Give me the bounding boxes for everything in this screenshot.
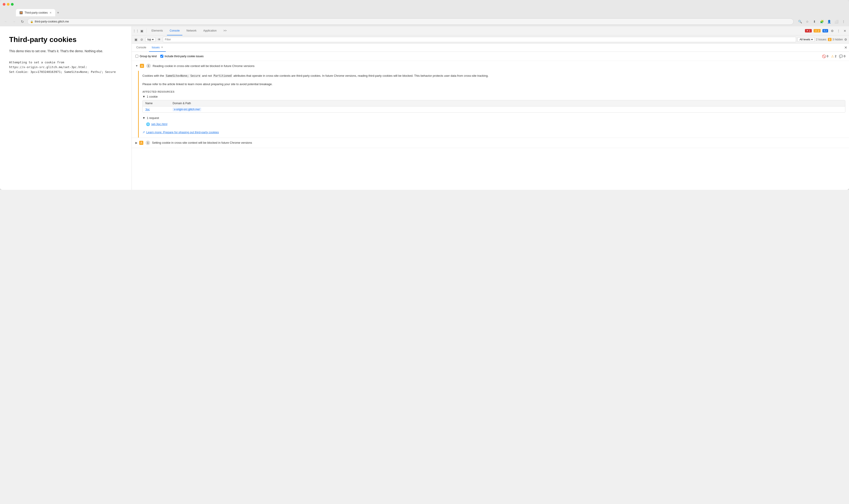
minimize-button[interactable] — [7, 3, 10, 6]
download-icon[interactable]: ⬇ — [812, 19, 817, 24]
tab-issues-panel[interactable]: Issues ✕ — [149, 43, 166, 52]
domain-value: x-origin-src.glitch.me/ — [173, 108, 201, 111]
issues-warning-badge: 2 — [828, 38, 832, 41]
new-tab-button[interactable]: + — [57, 11, 59, 15]
back-button[interactable]: ← — [3, 18, 9, 25]
globe-icon: 🌐 — [146, 122, 150, 126]
warning-count-display: ⚠ 2 — [831, 54, 836, 58]
eye-icon[interactable]: 👁 — [157, 37, 161, 42]
browser-body: Third-party cookies This demo tries to s… — [0, 26, 849, 190]
cookie-info: Attempting to set a cookie from https://… — [9, 60, 122, 74]
issue-description-2: Please refer to the article linked to le… — [142, 82, 845, 87]
cookie-name-cell: 3pc — [143, 107, 170, 112]
address-icons: 🔍 ☆ ⬇ 🧩 👤 ⬜ ⋮ — [797, 19, 846, 24]
sidebar-toggle-icon[interactable]: ▣ — [134, 37, 138, 42]
menu-icon[interactable]: ⋮ — [841, 19, 846, 24]
cookie-url: https://x-origin-src.glitch.me/set-3pc.h… — [9, 66, 87, 69]
tab-console[interactable]: Console — [167, 26, 182, 35]
inspect-icon[interactable]: ⋮⋮ — [134, 29, 138, 33]
info-badge: ℹ 2 — [823, 29, 828, 33]
devtools-close-icon[interactable]: ✕ — [843, 29, 847, 33]
set-cookie-line: Set-Cookie: 3pc=1703240163971; SameSite=… — [9, 70, 116, 74]
reload-button[interactable]: ↻ — [19, 18, 25, 25]
issue-count-2: 1 — [146, 141, 150, 145]
name-header: Name — [143, 100, 170, 106]
code-samesite: SameSite=None; Secure — [165, 74, 201, 78]
issue-body-1: Cookies with the SameSite=None; Secure a… — [139, 71, 849, 138]
window-icon[interactable]: ⬜ — [834, 19, 839, 24]
request-chevron-icon: ▼ — [142, 116, 145, 120]
cookies-expand[interactable]: ▼ 1 cookie — [142, 95, 845, 98]
tab-title: Third-party cookies — [24, 11, 48, 14]
title-bar — [0, 0, 849, 8]
cookies-chevron-icon: ▼ — [142, 95, 145, 98]
extensions-icon[interactable]: 🧩 — [819, 19, 825, 24]
zoom-icon[interactable]: 🔍 — [797, 19, 803, 24]
warning-badge-1: ⚠ — [140, 64, 144, 68]
warning-count-icon: ⚠ — [831, 54, 834, 58]
context-selector[interactable]: top ▾ — [145, 37, 156, 42]
issues-panel: Group by kind Include third-party cookie… — [132, 52, 849, 190]
group-by-kind-checkbox[interactable]: Group by kind — [135, 55, 157, 58]
learn-more-link[interactable]: Learn more: Prepare for phasing out thir… — [146, 130, 219, 134]
issue-item-1: ▼ ⚠ 1 Reading cookie in cross-site conte… — [132, 61, 849, 138]
tab-close-button[interactable]: ✕ — [50, 11, 52, 14]
devtools-toolbar2: ▣ ⊘ top ▾ 👁 All levels ▾ 2 Issues: 2 3 h… — [132, 35, 849, 43]
issues-toolbar: Group by kind Include third-party cookie… — [132, 52, 849, 61]
url-bar[interactable]: 🔒 third-party-cookies.glitch.me — [27, 18, 794, 25]
devtools-panel: ⋮⋮ ▣ Elements Console Network Applicatio… — [132, 26, 849, 190]
maximize-button[interactable] — [11, 3, 14, 6]
warning-badge: ⚠ 2 — [814, 29, 820, 33]
tab-network[interactable]: Network — [184, 26, 199, 35]
request-link[interactable]: set-3pc.html — [151, 122, 167, 126]
devtools-settings-icon[interactable]: ⚙ — [830, 29, 834, 33]
tab-application[interactable]: Application — [200, 26, 219, 35]
issue-count-1: 1 — [146, 64, 151, 68]
cookie-name-link[interactable]: 3pc — [145, 108, 150, 111]
info-count-display: 💬 0 — [839, 54, 845, 58]
levels-dropdown[interactable]: All levels ▾ — [797, 37, 814, 42]
code-partitioned: Partitioned — [213, 74, 232, 78]
panel-close-button[interactable]: ✕ — [844, 46, 847, 50]
warning-badge-2: ⚠ — [139, 141, 143, 145]
issue-title-1: Reading cookie in cross-site context wil… — [153, 64, 254, 68]
profile-icon[interactable]: 👤 — [826, 19, 832, 24]
context-dropdown-icon: ▾ — [152, 38, 154, 41]
cookies-table: Name Domain & Path 3pc x-origin-src — [142, 100, 845, 113]
external-link-icon: ↗ — [142, 130, 145, 134]
tab-favicon: 🍪 — [19, 11, 23, 14]
console-settings-icon[interactable]: ⚙ — [844, 38, 847, 41]
block-icon[interactable]: ⊘ — [139, 37, 144, 42]
filter-input[interactable] — [163, 37, 796, 42]
issues-tab-close[interactable]: ✕ — [161, 46, 163, 49]
bookmark-icon[interactable]: ☆ — [804, 19, 810, 24]
lock-icon: 🔒 — [30, 20, 33, 23]
panel-tabs: Console Issues ✕ ✕ — [132, 43, 849, 52]
table-row: 3pc x-origin-src.glitch.me/ — [143, 107, 845, 112]
levels-chevron-icon: ▾ — [811, 38, 813, 41]
issue-header-1[interactable]: ▼ ⚠ 1 Reading cookie in cross-site conte… — [132, 61, 849, 71]
issue-body-container: Cookies with the SameSite=None; Secure a… — [132, 71, 849, 138]
forward-button[interactable]: → — [11, 18, 17, 25]
address-bar: ← → ↻ 🔒 third-party-cookies.glitch.me 🔍 … — [0, 17, 849, 26]
include-third-party-checkbox[interactable]: Include third-party cookie issues — [160, 55, 204, 58]
tab-console-panel[interactable]: Console — [134, 43, 149, 52]
page-content: Third-party cookies This demo tries to s… — [0, 26, 132, 190]
tab-elements[interactable]: Elements — [149, 26, 165, 35]
top-label: top — [147, 38, 151, 41]
request-expand[interactable]: ▼ 1 request — [142, 116, 845, 120]
tab-bar: 🍪 Third-party cookies ✕ + — [0, 8, 849, 17]
devtools-more-icon[interactable]: ⋮ — [836, 29, 841, 33]
issue-header-2[interactable]: ▶ ⚠ 1 Setting cookie in cross-site conte… — [132, 138, 849, 148]
tab-more[interactable]: >> — [221, 26, 229, 35]
active-tab[interactable]: 🍪 Third-party cookies ✕ — [16, 9, 55, 16]
issue-title-2: Setting cookie in cross-site context wil… — [152, 141, 252, 144]
issues-count-display: 2 Issues: 2 3 hidden — [816, 38, 843, 41]
cookie-domain-cell: x-origin-src.glitch.me/ — [170, 107, 845, 112]
url-text: third-party-cookies.glitch.me — [35, 20, 69, 23]
issue-chevron-2: ▶ — [135, 141, 137, 144]
browser-window: 🍪 Third-party cookies ✕ + ← → ↻ 🔒 third-… — [0, 0, 849, 190]
close-button[interactable] — [3, 3, 5, 6]
device-icon[interactable]: ▣ — [139, 29, 144, 33]
learn-more: ↗ Learn more: Prepare for phasing out th… — [142, 130, 845, 134]
